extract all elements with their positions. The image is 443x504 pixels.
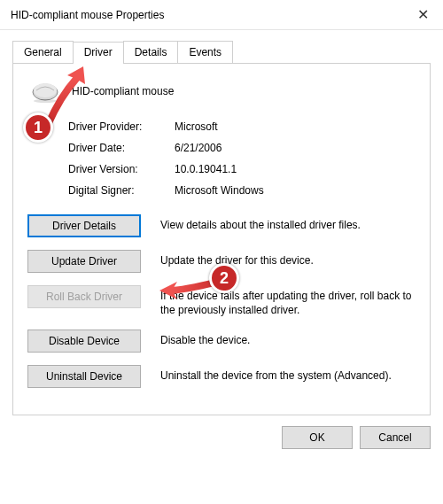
driver-properties: Driver Provider: Microsoft Driver Date: …: [68, 120, 416, 197]
prop-value-date: 6/21/2006: [175, 142, 222, 154]
row-driver-details: Driver Details View details about the in…: [27, 214, 416, 237]
prop-label-date: Driver Date:: [68, 142, 175, 154]
disable-device-desc: Disable the device.: [160, 330, 416, 347]
prop-row-signer: Digital Signer: Microsoft Windows: [68, 184, 416, 197]
rollback-driver-desc: If the device fails after updating the d…: [160, 285, 416, 317]
dialog-content: General Driver Details Events HID-compli…: [0, 30, 443, 415]
prop-row-date: Driver Date: 6/21/2006: [68, 142, 416, 154]
prop-value-version: 10.0.19041.1: [175, 163, 237, 175]
row-update-driver: Update Driver Update the driver for this…: [27, 250, 416, 273]
close-button[interactable]: ✕: [402, 1, 443, 29]
mouse-icon: [27, 78, 63, 105]
prop-label-provider: Driver Provider:: [68, 120, 175, 133]
dialog-footer: OK Cancel: [0, 415, 443, 460]
prop-row-version: Driver Version: 10.0.19041.1: [68, 163, 416, 175]
device-header: HID-compliant mouse: [27, 78, 416, 105]
driver-actions: Driver Details View details about the in…: [27, 214, 416, 388]
prop-label-version: Driver Version:: [68, 163, 175, 175]
tab-general[interactable]: General: [12, 41, 74, 63]
device-name: HID-compliant mouse: [72, 85, 174, 97]
tab-driver[interactable]: Driver: [73, 42, 124, 64]
disable-device-button[interactable]: Disable Device: [27, 330, 141, 353]
rollback-driver-button: Roll Back Driver: [27, 285, 141, 308]
ok-button[interactable]: OK: [282, 426, 353, 449]
uninstall-device-button[interactable]: Uninstall Device: [27, 365, 141, 388]
window-title: HID-compliant mouse Properties: [11, 9, 164, 21]
row-uninstall-device: Uninstall Device Uninstall the device fr…: [27, 365, 416, 388]
tab-strip: General Driver Details Events: [12, 41, 431, 63]
prop-row-provider: Driver Provider: Microsoft: [68, 120, 416, 133]
row-rollback-driver: Roll Back Driver If the device fails aft…: [27, 285, 416, 317]
title-bar: HID-compliant mouse Properties ✕: [0, 0, 443, 30]
driver-details-button[interactable]: Driver Details: [27, 214, 141, 237]
update-driver-desc: Update the driver for this device.: [160, 250, 416, 268]
prop-label-signer: Digital Signer:: [68, 184, 175, 197]
tab-events[interactable]: Events: [177, 41, 233, 63]
update-driver-button[interactable]: Update Driver: [27, 250, 141, 273]
tab-details[interactable]: Details: [123, 41, 179, 63]
uninstall-device-desc: Uninstall the device from the system (Ad…: [160, 365, 416, 383]
cancel-button[interactable]: Cancel: [360, 426, 431, 449]
close-icon: ✕: [417, 6, 429, 23]
tab-panel-driver: HID-compliant mouse Driver Provider: Mic…: [12, 63, 431, 415]
svg-point-2: [34, 99, 57, 103]
prop-value-provider: Microsoft: [175, 120, 218, 133]
row-disable-device: Disable Device Disable the device.: [27, 330, 416, 353]
prop-value-signer: Microsoft Windows: [175, 184, 264, 197]
svg-point-1: [34, 83, 57, 97]
driver-details-desc: View details about the installed driver …: [160, 214, 416, 232]
